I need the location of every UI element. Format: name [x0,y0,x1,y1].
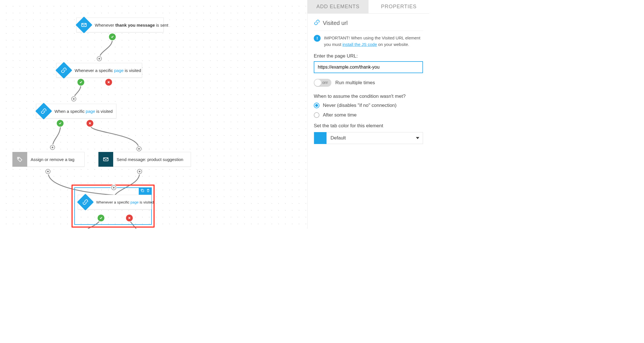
node-toolbar [139,187,152,195]
link-icon [55,62,72,79]
radio-never[interactable]: Never (disables "if no" connection) [314,103,423,108]
no-connector[interactable] [105,79,112,86]
sidebar-tabs: ADD ELEMENTS PROPERTIES [308,0,429,14]
node-label: Send message: product suggestion [113,157,189,162]
panel-header: Visited url [314,19,423,31]
tab-add-elements[interactable]: ADD ELEMENTS [308,0,369,14]
color-swatch [314,132,327,144]
node-label: Whenever a specific page is visited [71,68,147,73]
node-visited-url-1[interactable]: Whenever a specific page is visited [56,63,142,78]
tag-icon [12,152,27,167]
connector-port[interactable] [97,56,102,61]
info-icon: ! [314,35,321,42]
chevron-down-icon [416,137,419,139]
url-input[interactable] [314,61,423,73]
url-label: Enter the page URL: [314,53,423,59]
radio-icon [314,103,319,108]
info-message: ! IMPORTANT! When using the Visited URL … [314,35,423,48]
radio-label: Never (disables "if no" connection) [323,103,397,108]
select-value: Default [331,135,346,141]
node-label: Whenever thank you message is sent [91,23,174,27]
no-connector[interactable] [87,120,93,127]
toggle-off-text: OFF [322,81,328,84]
condition-question: When to assume the condition wasn't met? [314,94,423,99]
svg-rect-3 [142,190,144,192]
selected-node-wrapper: Whenever a specific page is visited [71,185,155,228]
connector-port[interactable] [50,145,55,150]
radio-after-time[interactable]: After some time [314,112,423,118]
no-connector[interactable] [126,215,133,221]
properties-sidebar: ADD ELEMENTS PROPERTIES Visited url ! IM… [307,0,429,229]
link-icon [77,194,94,210]
run-multiple-toggle[interactable]: OFF [314,79,331,87]
tab-properties[interactable]: PROPERTIES [369,0,430,14]
yes-connector[interactable] [98,215,104,221]
connector-port[interactable] [137,169,142,174]
panel-title: Visited url [323,20,348,26]
connector-port[interactable] [111,185,116,190]
node-label: Assign or remove a tag [27,157,80,162]
node-visited-url-selected[interactable]: Whenever a specific page is visited [78,195,151,209]
connector-port[interactable] [136,146,142,151]
mail-icon [98,152,113,167]
info-text-suffix: on your website. [377,42,409,47]
radio-label: After some time [323,112,357,118]
tab-color-select[interactable]: Default [314,132,423,144]
install-js-link[interactable]: install the JS code [342,42,377,47]
link-icon [314,19,320,27]
node-visited-url-2[interactable]: When a specific page is visited [36,104,116,118]
node-label: When a specific page is visited [51,109,118,114]
workflow-canvas[interactable]: Whenever thank you message is sent Whene… [0,0,307,229]
node-label: Whenever a specific page is visited [93,200,159,204]
toggle-label: Run multiple times [335,80,375,86]
copy-icon[interactable] [140,189,144,194]
connector-port[interactable] [71,96,76,101]
node-message-sent[interactable]: Whenever thank you message is sent [76,18,164,32]
radio-icon [314,112,319,118]
yes-connector[interactable] [77,79,84,86]
yes-connector[interactable] [57,120,64,127]
mail-sent-icon [75,16,92,33]
trash-icon[interactable] [146,189,150,194]
yes-connector[interactable] [109,33,116,40]
node-send-message[interactable]: Send message: product suggestion [98,152,191,167]
node-assign-tag[interactable]: Assign or remove a tag [12,152,85,167]
svg-point-1 [18,158,19,159]
connector-port[interactable] [45,169,50,174]
link-icon [35,103,52,119]
color-label: Set the tab color for this element [314,123,423,129]
